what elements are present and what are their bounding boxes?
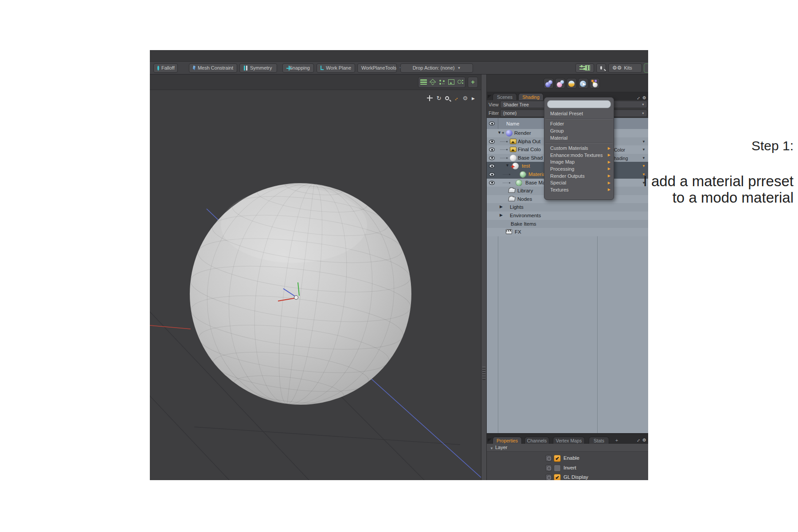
expander-right-icon[interactable]: ▶ [500,213,503,217]
history-clock-icon[interactable] [458,79,463,85]
menu-item-custom-materials[interactable]: Custom Materials▶ [544,145,614,152]
tree-row-label: Render [514,130,531,136]
panel-divider[interactable] [481,74,487,480]
expander-down-icon[interactable]: ▼ [497,130,501,135]
menu-item-processing[interactable]: Processing▶ [544,165,614,172]
menu-item-label: Material Preset [550,111,583,116]
channel-circle-button[interactable] [545,465,552,471]
effect-dropdown-icon[interactable]: ▼ [642,156,645,160]
tab-scenes[interactable]: Scenes [493,93,517,100]
drop-action-dropdown[interactable]: Drop Action: (none)▼ [400,63,473,73]
panel-corner-icon[interactable] [488,95,492,98]
image-view-icon[interactable] [448,79,454,85]
vertex-dots-icon[interactable] [439,79,445,85]
menu-search-input[interactable] [547,100,611,108]
tree-row-label: Materia [528,172,545,177]
expander-right-icon[interactable]: ▶ [500,204,503,209]
symmetry-button[interactable]: Symmetry [239,63,277,73]
visibility-eye-icon[interactable] [489,156,495,160]
visibility-eye-icon[interactable] [489,140,495,144]
menu-item-label: Enhance:modo Textures [550,153,602,158]
maximize-icon[interactable]: ↔ [452,94,460,102]
tab-stats[interactable]: Stats [589,437,609,444]
sphere-purple-icon [506,130,512,137]
tab-properties[interactable]: Properties [493,437,522,444]
expander-plus-icon[interactable]: + [502,131,504,135]
gl-options-button[interactable] [575,63,594,73]
tree-row-environments[interactable]: ▶Environments [487,211,648,220]
tree-row-fx[interactable]: FX [487,228,648,236]
menu-item-folder[interactable]: Folder [544,121,614,128]
menu-item-material[interactable]: Material [544,134,614,141]
viewport-more-icon[interactable]: ▶ [472,96,475,101]
submenu-arrow-icon: ▶ [608,146,610,150]
main-toolbar: Falloff Mesh Constraint Symmetry Snappin… [150,62,648,74]
menu-item-enhance-modo-textures[interactable]: Enhance:modo Textures▶ [544,152,614,159]
effect-dropdown-icon[interactable]: ▼ [642,148,645,152]
zoom-icon[interactable] [445,96,449,100]
edge-button-partial[interactable] [644,63,648,73]
menu-item-render-outputs[interactable]: Render Outputs▶ [544,172,614,180]
expander-down-icon[interactable]: ▼ [505,163,509,168]
panel-gear-icon[interactable]: ⚙ [642,438,646,442]
visibility-eye-icon[interactable] [489,148,495,152]
menu-item-material-preset[interactable]: Material Preset [544,110,614,117]
menu-item-label: Material [550,135,567,141]
assign-preset-button[interactable] [578,78,588,89]
tree-row-label: Lights [510,204,524,210]
page: Falloff Mesh Constraint Symmetry Snappin… [0,0,798,532]
menu-item-label: Processing [550,166,574,172]
panel-gear-icon[interactable]: ⚙ [642,95,646,100]
add-shader-preset-button[interactable] [555,78,565,89]
mesh-constraint-button[interactable]: Mesh Constraint [189,63,237,73]
rotate-icon[interactable]: ↻ [437,95,442,101]
panel-corner-icon[interactable] [488,438,492,442]
snapping-button[interactable]: Snapping [282,63,314,73]
menu-separator [545,142,613,143]
menu-item-group[interactable]: Group [544,127,614,134]
property-label: Invert [563,465,576,470]
kits-button[interactable]: ⚙⚙Kits [608,63,642,73]
tab-shading[interactable]: Shading [518,93,544,100]
viewport-3d[interactable]: ↻ ↔ ⚙ ▶ [150,90,481,480]
submenu-arrow-icon: ▶ [608,153,610,157]
viewport-settings-gear-icon[interactable]: ⚙ [462,95,468,102]
menu-item-textures[interactable]: Textures▶ [544,186,614,193]
channel-circle-button[interactable] [545,474,552,480]
visibility-eye-icon[interactable] [489,181,495,185]
tab-channels[interactable]: Channels [524,437,549,444]
properties-content: ▼ Layer ✔EnableInvert✔GL Display [487,444,648,480]
menu-item-image-map[interactable]: Image Map▶ [544,159,614,166]
work-plane-button[interactable]: Work Plane [317,63,355,73]
menu-item-special[interactable]: Special▶ [544,179,614,186]
layer-section-header[interactable]: ▼ Layer [487,444,648,452]
gl-display-checkbox[interactable]: ✔ [554,474,561,480]
pan-icon[interactable] [427,95,433,101]
effect-dropdown-icon[interactable]: ▼ [642,164,645,168]
layers-icon[interactable] [430,79,436,85]
workplanetools-dropdown[interactable]: WorkPlaneTools▼ [357,63,397,73]
menu-separator [545,118,613,119]
expand-panel-icon[interactable]: ↔ [634,436,641,443]
visibility-eye-icon[interactable] [489,164,495,168]
effect-dropdown-icon[interactable]: ▼ [642,140,645,144]
visibility-eye-icon[interactable] [489,172,495,176]
falloff-button[interactable]: Falloff [153,63,178,73]
add-environment-preset-button[interactable] [567,78,577,89]
folder-icon [508,188,515,193]
drop-action-label: Drop Action: (none) [413,65,455,70]
add-material-preset-button[interactable] [544,78,554,89]
add-tab-button[interactable]: + [613,437,621,444]
add-viewport-button[interactable]: + [468,77,478,88]
invert-checkbox[interactable] [554,465,561,472]
channel-circle-button[interactable] [545,455,552,462]
viewport-menu-icon[interactable] [420,79,427,85]
tree-row-bake-items[interactable]: Bake Items [487,220,648,228]
enable-checkbox[interactable]: ✔ [554,455,561,462]
view-value: Shader Tree [503,102,529,107]
tree-row-lights[interactable]: ▶Lights [487,203,648,211]
tab-vertex-maps[interactable]: Vertex Maps [553,437,585,444]
folder-icon [508,197,515,201]
search-tool-button[interactable] [596,63,606,73]
preset-browser-button[interactable] [590,78,600,89]
